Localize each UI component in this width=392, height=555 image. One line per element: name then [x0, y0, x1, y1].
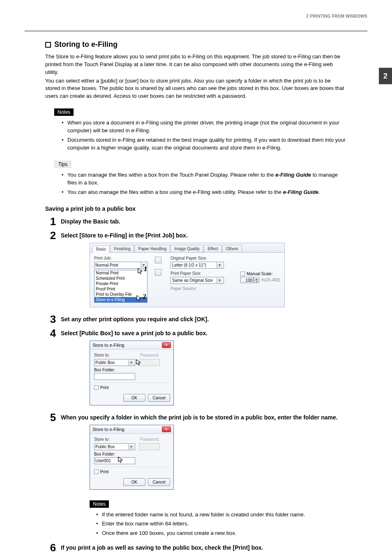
step-number: 3 [45, 314, 61, 325]
step-number: 6 [45, 542, 61, 553]
store-to-efiling-dialog: Store to e-Filing ✕ Store to: Password: [90, 341, 174, 405]
tab-effect[interactable]: Effect [204, 245, 221, 252]
intro-paragraph-1: The Store to e-Filing feature allows you… [45, 53, 347, 76]
notes-list: When you store a document in e-Filing us… [45, 119, 347, 152]
section-title-text: Storing to e-Filing [54, 40, 118, 49]
annotation-1: 1 [144, 265, 148, 273]
steps-list: 1 Display the Basic tab. 2 Select [Store… [45, 216, 347, 553]
step-text: Set any other print options you require … [61, 315, 347, 323]
tab-image-quality[interactable]: Image Quality [171, 245, 203, 252]
box-folder-label: Box Folder: [94, 452, 169, 456]
tab-basic[interactable]: Basic [92, 245, 110, 253]
checkbox-icon [240, 272, 245, 276]
print-job-option[interactable]: Normal Print [95, 270, 147, 276]
scale-value: 100 [240, 277, 254, 283]
manual-scale-checkbox[interactable]: Manual Scale: [240, 272, 280, 276]
section-title: Storing to e-Filing [45, 40, 347, 49]
tips-text: . [318, 189, 320, 195]
top-horizontal-rule [25, 31, 367, 31]
cancel-button[interactable]: Cancel [148, 394, 170, 402]
step: 6 If you print a job as well as saving t… [45, 542, 347, 553]
ok-button[interactable]: OK [123, 394, 145, 402]
dialog-title: Store to e-Filing [92, 427, 125, 432]
print-job-option-selected[interactable]: Store to e-Filing [95, 297, 147, 302]
print-checkbox[interactable]: Print [94, 470, 169, 474]
store-to-efiling-dialog: Store to e-Filing ✕ Store to: Password: [90, 425, 174, 490]
annotation-2: 2 [143, 292, 146, 301]
step-text: Select [Public Box] to save a print job … [61, 329, 347, 337]
print-job-options-list[interactable]: Normal Print Scheduled Print Private Pri… [94, 270, 148, 303]
store-to-value: Public Box [95, 360, 115, 365]
dropdown-arrow-icon: ▼ [217, 263, 222, 268]
store-to-label: Store to: [94, 437, 110, 442]
print-job-option[interactable]: Print to Overlay File [95, 292, 147, 297]
step-number: 5 [45, 412, 61, 423]
store-to-dropdown[interactable]: Public Box ▼ [94, 443, 135, 450]
print-job-option[interactable]: Proof Print [95, 286, 147, 292]
scale-spinner[interactable]: 100 ▲▼ [240, 277, 259, 283]
print-job-dropdown-value: Normal Print [95, 263, 118, 267]
print-job-dropdown[interactable]: Normal Print ▼ [94, 262, 148, 269]
step: 2 Select [Store to e-Filing] in the [Pri… [45, 230, 347, 311]
screenshot-printer-driver: Basic Finishing Paper Handling Image Qua… [90, 243, 347, 307]
box-folder-label: Box Folder: [94, 368, 169, 372]
print-job-option[interactable]: Private Print [95, 281, 147, 286]
job-type-icons [155, 256, 163, 303]
spinner-up-icon[interactable]: ▲ [254, 277, 259, 280]
print-checkbox[interactable]: Print [94, 385, 169, 390]
tips-text: You can also manage the files within a b… [67, 189, 283, 195]
notes-item: Enter the box name within 64 letters. [96, 520, 347, 528]
step: 3 Set any other print options you requir… [45, 314, 347, 325]
screenshot-store-dialog-2: Store to e-Filing ✕ Store to: Password: [90, 425, 347, 490]
job-normal-icon [155, 257, 161, 263]
original-paper-size-dropdown[interactable]: Letter (8 1/2 x 11") ▼ [171, 262, 224, 269]
page: 2 PRINTING FROM WINDOWS 2 Storing to e-F… [0, 0, 392, 555]
step-number: 1 [45, 216, 61, 227]
step-text: Display the Basic tab. [61, 218, 347, 226]
printer-driver-window: Basic Finishing Paper Handling Image Qua… [90, 243, 285, 307]
subsection-heading: Saving a print job to a public box [45, 205, 347, 212]
print-paper-size-dropdown[interactable]: Same as Original Size ▼ [171, 277, 224, 284]
step: 1 Display the Basic tab. [45, 216, 347, 227]
intro-paragraphs: The Store to e-Filing feature allows you… [45, 53, 347, 100]
efiling-guide-reference: e-Filing Guide [275, 172, 311, 178]
header-chapter-label: 2 PRINTING FROM WINDOWS [306, 14, 367, 18]
tab-others[interactable]: Others [222, 245, 242, 252]
step-text: If you print a job as well as saving to … [61, 544, 347, 552]
print-job-option[interactable]: Scheduled Print [95, 276, 147, 281]
box-folder-input[interactable] [94, 373, 135, 380]
close-button[interactable]: ✕ [162, 426, 171, 432]
store-to-label: Store to: [94, 353, 110, 357]
store-to-value: Public Box [95, 444, 115, 449]
tab-finishing[interactable]: Finishing [110, 245, 134, 252]
password-label: Password: [140, 353, 159, 357]
scale-range: %(25-400) [261, 278, 280, 282]
dropdown-arrow-icon: ▼ [217, 278, 222, 283]
tab-paper-handling[interactable]: Paper Handling [134, 245, 170, 252]
step-number: 4 [45, 328, 61, 339]
checkbox-icon [94, 385, 99, 390]
step-number: 2 [45, 230, 61, 241]
original-paper-size-value: Letter (8 1/2 x 11") [172, 263, 206, 267]
password-field[interactable] [139, 359, 160, 366]
close-button[interactable]: ✕ [162, 342, 171, 348]
tips-header: Tips [54, 161, 71, 168]
password-field[interactable] [139, 443, 160, 450]
tab-strip: Basic Finishing Paper Handling Image Qua… [90, 243, 284, 253]
notes-item: Documents stored in e-Filing are retaine… [62, 136, 347, 152]
print-paper-size-label: Print Paper Size: [171, 271, 237, 276]
store-to-dropdown[interactable]: Public Box ▼ [94, 359, 135, 366]
spinner-down-icon[interactable]: ▼ [254, 280, 259, 283]
step: 4 Select [Public Box] to save a print jo… [45, 328, 347, 409]
notes-item: Once there are 100 boxes, you cannot cre… [96, 530, 347, 537]
print-paper-size-value: Same as Original Size [172, 278, 213, 283]
password-label: Password: [140, 437, 159, 442]
step: 5 When you specify a folder in which the… [45, 412, 347, 539]
manual-scale-label: Manual Scale: [247, 272, 272, 276]
square-bullet-icon [45, 42, 51, 48]
box-folder-input[interactable]: User001 [94, 457, 135, 464]
cancel-button[interactable]: Cancel [148, 478, 170, 486]
ok-button[interactable]: OK [123, 478, 145, 486]
tips-text: You can manage the files within a box fr… [67, 172, 275, 178]
job-efiling-icon [155, 269, 161, 276]
